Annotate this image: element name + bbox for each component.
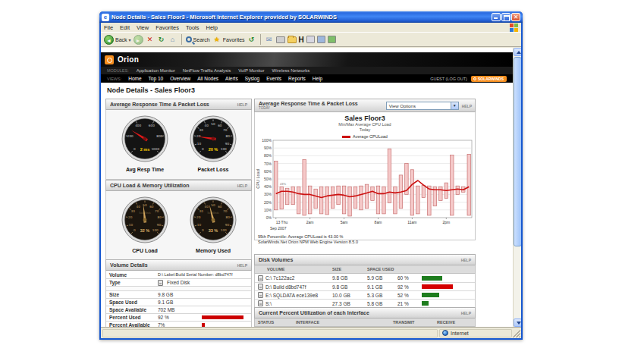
menu-tools[interactable]: Tools: [186, 24, 199, 31]
table-row[interactable]: S:\ 27.3 GB 5.8 GB 21 %: [255, 299, 475, 307]
scroll-down-button[interactable]: [514, 318, 521, 327]
stop-icon: ✕: [146, 35, 155, 44]
folder-button[interactable]: [287, 36, 297, 43]
mail-button[interactable]: ✉: [265, 35, 274, 44]
favorites-button[interactable]: ★ Favorites: [212, 35, 245, 44]
guest-logout-link[interactable]: GUEST (LOG OUT): [430, 77, 467, 81]
avg-resp-time-label: Avg Resp Time: [112, 167, 177, 172]
svg-text:60: 60: [218, 205, 222, 209]
module-voip[interactable]: VoIP Monitor: [238, 68, 264, 73]
search-label: Search: [193, 37, 210, 42]
forward-icon: ►: [134, 35, 143, 45]
folder-icon: [287, 36, 297, 43]
view-home[interactable]: Home: [128, 76, 141, 81]
svg-text:90: 90: [157, 223, 162, 227]
svg-text:13 Thu: 13 Thu: [276, 220, 288, 224]
view-syslog[interactable]: Syslog: [245, 76, 260, 81]
view-options-select[interactable]: View Options ▼: [386, 102, 459, 110]
legend-swatch: [342, 136, 350, 138]
scroll-thumb[interactable]: [514, 57, 521, 246]
percentile-footnote: 95th Percentile: Average CPULoad is 43.0…: [258, 234, 475, 240]
interfaces-help-link[interactable]: HELP: [461, 311, 471, 315]
svg-text:90: 90: [225, 223, 230, 227]
windows-logo-icon: [510, 24, 518, 32]
menu-edit[interactable]: Edit: [120, 24, 130, 31]
svg-text:90%: 90%: [264, 146, 272, 150]
volume-details-help-link[interactable]: HELP: [237, 263, 247, 268]
cpu-mem-title: CPU Load & Memory Utilization: [110, 183, 190, 188]
menu-help[interactable]: Help: [206, 24, 218, 31]
home-button[interactable]: ⌂: [168, 35, 177, 44]
table-row[interactable]: C:\ 7c122ac2 9.8 GB 5.9 GB 60 %: [255, 274, 475, 282]
menu-file[interactable]: File: [104, 24, 113, 31]
svg-text:11am: 11am: [407, 220, 416, 224]
svg-text:20 %: 20 %: [209, 147, 218, 152]
svg-text:800: 800: [156, 134, 162, 138]
table-row[interactable]: D:\ Build d8bd747f 9.8 GB 9.1 GB 92 %: [255, 282, 475, 290]
table-row: Percent Used 92 %: [106, 313, 251, 321]
menu-view[interactable]: View: [137, 24, 149, 31]
view-top10[interactable]: Top 10: [149, 76, 164, 81]
favorites-label: Favorites: [223, 37, 245, 42]
menu-favorites[interactable]: Favorites: [156, 24, 179, 31]
window-tool-icon: [306, 36, 315, 43]
back-label: Back: [115, 37, 127, 42]
volume-details-table: Volume D:\ Label:Build Serial Number: d8…: [105, 271, 252, 327]
table-row[interactable]: E:\ SQLDATA ece139e8 10.0 GB 5.3 GB 52 %: [255, 290, 475, 299]
minimize-button[interactable]: [492, 13, 501, 21]
ie-page-icon: e: [102, 14, 109, 21]
menu-bar: File Edit View Favorites Tools Help: [101, 23, 521, 33]
volume-details-header: Volume Details HELP: [105, 259, 252, 271]
svg-text:70: 70: [223, 128, 228, 132]
media-button[interactable]: [317, 36, 325, 43]
chart-block: Sales Floor3 Min/Max Average CPU Load To…: [254, 112, 476, 240]
module-netflow[interactable]: NetFlow Traffic Analysis: [183, 68, 231, 73]
svg-text:100: 100: [221, 228, 227, 232]
cpu-load-label: CPU Load: [112, 248, 177, 253]
history-icon: ↺: [247, 35, 256, 44]
cpu-mem-help-link[interactable]: HELP: [237, 184, 247, 188]
view-reports[interactable]: Reports: [288, 76, 306, 81]
print-button[interactable]: [276, 36, 285, 43]
svg-text:30: 30: [131, 209, 136, 213]
window-titlebar[interactable]: e Node Details - Sales Floor3 - Microsof…: [99, 11, 523, 23]
restore-button[interactable]: [501, 13, 510, 21]
svg-text:20: 20: [128, 215, 133, 219]
scroll-up-button[interactable]: [514, 48, 521, 56]
svg-text:0: 0: [202, 147, 204, 151]
disk-volumes-help-link[interactable]: HELP: [461, 258, 471, 262]
svg-text:10: 10: [129, 223, 134, 227]
view-all-nodes[interactable]: All Nodes: [197, 76, 218, 81]
view-help[interactable]: Help: [313, 76, 322, 81]
resp-gauges-help-link[interactable]: HELP: [237, 102, 247, 107]
table-row: Size 9.8 GB: [106, 290, 251, 298]
search-button[interactable]: Search: [186, 36, 210, 42]
browser-viewport: Orion MODULES: Application Monitor NetFl…: [101, 48, 521, 327]
messenger-button[interactable]: [328, 36, 336, 43]
history-button[interactable]: ↺: [247, 35, 256, 44]
cpu-load-chart: 0%10%20%30%40%50%60%70%80%90%100%43%13 T…: [255, 139, 475, 234]
back-button[interactable]: ◄ Back ▾: [104, 35, 131, 45]
view-events[interactable]: Events: [266, 76, 281, 81]
svg-text:100: 100: [152, 228, 159, 232]
module-application-monitor[interactable]: Application Monitor: [137, 68, 175, 73]
cpu-mem-body: 0102030405060708090100SolarWinds32 % CPU…: [105, 191, 252, 261]
module-wireless[interactable]: Wireless Networks: [272, 68, 310, 73]
print-icon: [276, 36, 285, 43]
svg-text:400: 400: [135, 124, 141, 127]
view-overview[interactable]: Overview: [170, 76, 190, 81]
stop-button[interactable]: ✕: [146, 35, 155, 44]
chart-help-link[interactable]: HELP: [462, 104, 472, 108]
h-shortcut-button[interactable]: H: [299, 36, 304, 44]
table-row: Space Used 9.1 GB: [106, 298, 251, 306]
refresh-button[interactable]: ↻: [157, 35, 166, 44]
resize-grip[interactable]: [513, 330, 520, 337]
solarwinds-badge[interactable]: SOLARWINDS: [471, 76, 507, 82]
forward-button[interactable]: ►: [134, 35, 143, 45]
window-tool-button[interactable]: [306, 36, 315, 43]
vertical-scrollbar[interactable]: [513, 48, 521, 327]
view-alerts[interactable]: Alerts: [225, 76, 238, 81]
disk-volumes-title: Disk Volumes: [259, 257, 293, 262]
close-button[interactable]: [511, 13, 520, 21]
svg-text:30%: 30%: [264, 192, 272, 196]
